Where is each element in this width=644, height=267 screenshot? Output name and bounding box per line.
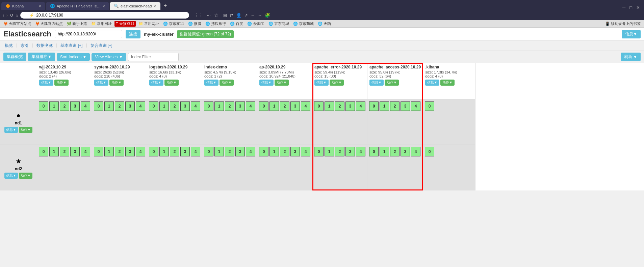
nav-indices[interactable]: 索引: [19, 42, 30, 49]
shard-box[interactable]: 1: [104, 101, 114, 111]
bookmark-item[interactable]: 🌿 新手上路: [66, 21, 88, 27]
view-aliases-button[interactable]: View Aliases ▼: [92, 53, 126, 61]
shard-box[interactable]: 3: [401, 147, 410, 156]
shard-box[interactable]: 2: [335, 147, 344, 156]
shard-box[interactable]: 3: [345, 147, 355, 156]
shard-box[interactable]: 0: [425, 147, 434, 156]
tab-elasticsearch-head[interactable]: 🔍 elasticsearch-head ✕: [110, 2, 160, 10]
shard-box[interactable]: 0: [149, 147, 158, 156]
shard-box[interactable]: 1: [325, 101, 334, 111]
nd1-info-button[interactable]: 信息▼: [4, 127, 18, 133]
minimize-button[interactable]: ─: [622, 5, 625, 10]
forward-button[interactable]: ›: [6, 12, 8, 18]
shard-box[interactable]: 2: [280, 147, 289, 156]
nd2-info-button[interactable]: 信息▼: [4, 173, 18, 179]
nd2-action-button[interactable]: 动作▼: [19, 173, 32, 179]
index-info-button[interactable]: 信息▼: [314, 80, 329, 86]
shard-box[interactable]: 4: [191, 101, 200, 111]
shard-box[interactable]: 4: [136, 147, 145, 156]
shard-box[interactable]: 3: [290, 147, 300, 156]
shard-box[interactable]: 3: [125, 147, 135, 156]
shard-box[interactable]: 4: [191, 147, 200, 156]
nav-overview[interactable]: 概览: [3, 42, 14, 49]
shard-box[interactable]: 3: [235, 147, 245, 156]
shard-box[interactable]: 1: [269, 147, 279, 156]
shard-box[interactable]: 4: [411, 101, 420, 111]
shard-box[interactable]: 4: [81, 101, 90, 111]
more-icon[interactable]: ···: [207, 12, 211, 18]
shard-box[interactable]: 2: [60, 101, 69, 111]
shard-box[interactable]: 3: [401, 101, 410, 111]
shard-box[interactable]: 1: [325, 147, 334, 156]
index-info-button[interactable]: 信息▼: [425, 80, 439, 86]
shard-box[interactable]: 3: [235, 101, 245, 111]
sort-cluster-button[interactable]: 集群排序▼: [28, 53, 55, 61]
bookmark-item[interactable]: 🌐 爱淘宝: [246, 21, 265, 27]
shard-box[interactable]: 1: [380, 147, 389, 156]
shard-box[interactable]: 0: [259, 101, 268, 111]
shard-box[interactable]: 0: [204, 101, 213, 111]
info-button[interactable]: 信息▼: [622, 30, 641, 38]
index-action-button[interactable]: 动作▼: [220, 80, 234, 86]
index-info-button[interactable]: 信息▼: [149, 80, 163, 86]
close-icon[interactable]: ✕: [153, 4, 156, 8]
index-action-button[interactable]: 动作▼: [109, 80, 124, 86]
bookmark-item[interactable]: 🌐 天猫: [316, 21, 332, 27]
cluster-overview-tab[interactable]: 集群概览: [3, 53, 26, 61]
bookmark-item[interactable]: 📱 移动设备上的书签: [604, 21, 642, 27]
index-info-button[interactable]: 信息▼: [94, 80, 108, 86]
shard-box[interactable]: 2: [115, 147, 124, 156]
shard-box[interactable]: 1: [49, 147, 59, 156]
reload-button[interactable]: ↺: [10, 13, 14, 18]
shard-box[interactable]: 1: [159, 101, 169, 111]
bookmark-item[interactable]: 🌐 京东商城: [267, 21, 290, 27]
shard-box[interactable]: 2: [225, 101, 234, 111]
tab-apache[interactable]: 🌐 Apache HTTP Server Test Page p... ✕: [46, 2, 109, 10]
shard-box[interactable]: 0: [425, 101, 434, 111]
shard-box[interactable]: 0: [39, 147, 48, 156]
bookmark-item[interactable]: 🌐 携程旅行: [204, 21, 227, 27]
shard-box[interactable]: 4: [246, 147, 255, 156]
nd1-action-button[interactable]: 动作▼: [19, 127, 32, 133]
bookmark-item[interactable]: 📁 常用网址: [90, 21, 113, 27]
index-filter-input[interactable]: [128, 53, 179, 61]
home-button[interactable]: ⌂: [16, 13, 18, 18]
index-action-button[interactable]: 动作▼: [275, 80, 289, 86]
shard-box[interactable]: 2: [170, 147, 179, 156]
shard-box[interactable]: 2: [60, 147, 69, 156]
shard-box[interactable]: 0: [94, 101, 103, 111]
index-action-button[interactable]: 动作▼: [54, 80, 69, 86]
sort-indices-button[interactable]: Sort Indices ▼: [57, 53, 90, 61]
close-window-button[interactable]: ✕: [636, 5, 640, 10]
nav-basic-query[interactable]: 基本查询 [+]: [59, 42, 84, 49]
shard-box[interactable]: 4: [356, 147, 365, 156]
shard-box[interactable]: 4: [301, 101, 310, 111]
index-info-button[interactable]: 信息▼: [259, 80, 274, 86]
bookmark-item[interactable]: 🌐 京东商城: [292, 21, 315, 27]
shard-box[interactable]: 2: [280, 101, 289, 111]
shard-box[interactable]: 1: [214, 101, 224, 111]
maximize-button[interactable]: □: [629, 5, 632, 10]
shard-box[interactable]: 1: [269, 101, 279, 111]
close-icon[interactable]: ✕: [102, 4, 105, 8]
shard-box[interactable]: 4: [136, 101, 145, 111]
shard-box[interactable]: 3: [70, 147, 80, 156]
bookmark-item[interactable]: 🌐 百度: [229, 21, 244, 27]
shard-box[interactable]: 0: [314, 147, 324, 156]
shard-box[interactable]: 2: [225, 147, 234, 156]
index-action-button[interactable]: 动作▼: [385, 80, 399, 86]
address-input[interactable]: [36, 13, 186, 18]
shard-box[interactable]: 1: [49, 101, 59, 111]
shard-box[interactable]: 3: [70, 101, 80, 111]
shard-box[interactable]: 3: [125, 101, 135, 111]
bookmark-item[interactable]: 📁 常用网址: [137, 21, 160, 27]
new-tab-button[interactable]: +: [161, 1, 170, 10]
shard-box[interactable]: 2: [335, 101, 344, 111]
bookmark-icon[interactable]: ☆: [214, 12, 218, 18]
index-action-button[interactable]: 动作▼: [440, 80, 455, 86]
tab-kibana[interactable]: 🔶 Kibana ✕: [1, 2, 45, 10]
shard-box[interactable]: 0: [369, 101, 379, 111]
index-info-button[interactable]: 信息▼: [39, 80, 53, 86]
index-info-button[interactable]: 信息▼: [204, 80, 218, 86]
shard-box[interactable]: 1: [159, 147, 169, 156]
